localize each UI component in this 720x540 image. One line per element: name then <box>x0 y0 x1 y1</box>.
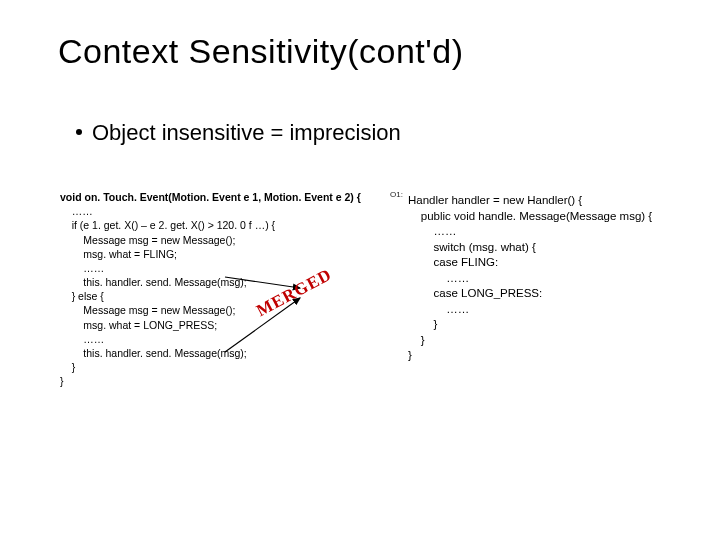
code-line: } <box>60 361 75 373</box>
code-line: case LONG_PRESS: <box>408 287 542 299</box>
code-line: } else { <box>60 290 104 302</box>
code-line: Handler handler = new Handler() { <box>408 194 582 206</box>
code-line: msg. what = FLING; <box>60 248 177 260</box>
code-line: this. handler. send. Message(msg); <box>60 347 247 359</box>
code-line: } <box>60 375 64 387</box>
code-line: if (e 1. get. X() – e 2. get. X() > 120.… <box>60 219 275 231</box>
code-line: Message msg = new Message(); <box>60 234 235 246</box>
code-line: case FLING: <box>408 256 498 268</box>
code-line: } <box>408 349 412 361</box>
code-line: …… <box>408 272 469 284</box>
code-line: Message msg = new Message(); <box>60 304 235 316</box>
code-line: …… <box>60 262 104 274</box>
code-line: …… <box>408 303 469 315</box>
code-line: …… <box>60 333 104 345</box>
subtitle-text: Object insensitive = imprecision <box>92 120 401 145</box>
code-line: …… <box>60 205 93 217</box>
o1-label: O1: <box>390 190 403 199</box>
code-line: void on. Touch. Event(Motion. Event e 1,… <box>60 191 361 203</box>
bullet-icon <box>76 129 82 135</box>
code-line: } <box>408 334 425 346</box>
slide-subtitle: Object insensitive = imprecision <box>76 120 401 146</box>
code-line: public void handle. Message(Message msg)… <box>408 210 652 222</box>
code-line: } <box>408 318 437 330</box>
code-block-right: Handler handler = new Handler() { public… <box>408 193 652 364</box>
code-line: msg. what = LONG_PRESS; <box>60 319 217 331</box>
code-line: switch (msg. what) { <box>408 241 536 253</box>
code-line: this. handler. send. Message(msg); <box>60 276 247 288</box>
code-line: …… <box>408 225 457 237</box>
slide-title: Context Sensitivity(cont'd) <box>58 32 463 71</box>
